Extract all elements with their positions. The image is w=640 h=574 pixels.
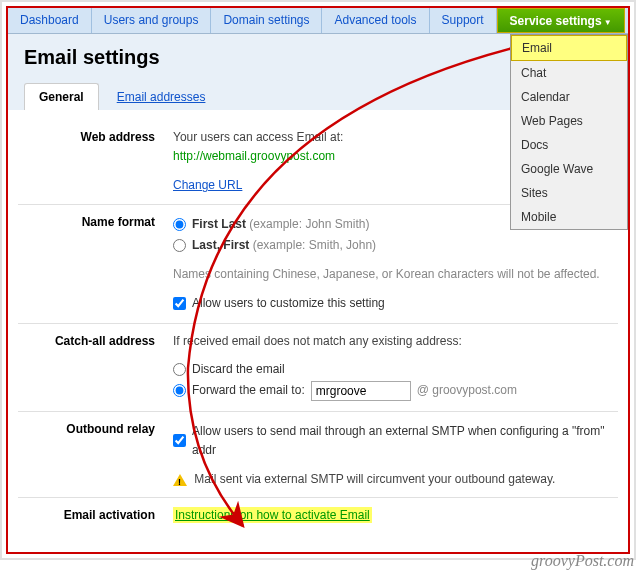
radio-forward-label: Forward the email to: [192, 381, 305, 400]
caret-down-icon: ▼ [604, 18, 612, 27]
change-url-link[interactable]: Change URL [173, 178, 242, 192]
label-catch-all: Catch-all address [18, 332, 173, 402]
nav-advanced-tools[interactable]: Advanced tools [322, 8, 429, 33]
dropdown-calendar[interactable]: Calendar [511, 85, 627, 109]
section-outbound-relay: Outbound relay Allow users to send mail … [18, 420, 618, 499]
check-allow-customize[interactable] [173, 297, 186, 310]
dropdown-chat[interactable]: Chat [511, 61, 627, 85]
label-outbound: Outbound relay [18, 420, 173, 490]
warning-icon [173, 474, 187, 486]
tab-general[interactable]: General [24, 83, 99, 110]
service-settings-dropdown: Email Chat Calendar Web Pages Docs Googl… [510, 34, 628, 230]
nav-support[interactable]: Support [430, 8, 497, 33]
radio-forward[interactable] [173, 384, 186, 397]
dropdown-mobile[interactable]: Mobile [511, 205, 627, 229]
forward-domain: @ groovypost.com [417, 381, 517, 400]
label-activation: Email activation [18, 506, 173, 525]
section-email-activation: Email activation Instructions on how to … [18, 506, 618, 533]
radio-discard-label: Discard the email [192, 360, 285, 379]
name-format-note: Names containing Chinese, Japanese, or K… [173, 265, 618, 284]
section-catch-all: Catch-all address If received email does… [18, 332, 618, 411]
radio-last-first[interactable] [173, 239, 186, 252]
dropdown-google-wave[interactable]: Google Wave [511, 157, 627, 181]
nav-service-settings[interactable]: Service settings▼ [497, 8, 625, 33]
radio-first-last-label: First Last (example: John Smith) [192, 215, 369, 234]
check-outbound-allow[interactable] [173, 434, 186, 447]
dropdown-docs[interactable]: Docs [511, 133, 627, 157]
label-name-format: Name format [18, 213, 173, 316]
activation-link[interactable]: Instructions on how to activate Email [173, 507, 372, 523]
dropdown-sites[interactable]: Sites [511, 181, 627, 205]
dropdown-email[interactable]: Email [511, 35, 627, 61]
catch-all-intro: If received email does not match any exi… [173, 332, 618, 351]
check-allow-customize-label: Allow users to customize this setting [192, 294, 385, 313]
radio-last-first-label: Last, First (example: Smith, John) [192, 236, 376, 255]
radio-discard[interactable] [173, 363, 186, 376]
tab-email-addresses[interactable]: Email addresses [117, 84, 206, 110]
web-address-url[interactable]: http://webmail.groovypost.com [173, 149, 335, 163]
label-web-address: Web address [18, 128, 173, 196]
nav-users-groups[interactable]: Users and groups [92, 8, 212, 33]
nav-domain-settings[interactable]: Domain settings [211, 8, 322, 33]
radio-first-last[interactable] [173, 218, 186, 231]
nav-dashboard[interactable]: Dashboard [8, 8, 92, 33]
outbound-warning: Mail sent via external SMTP will circumv… [194, 472, 555, 486]
check-outbound-allow-label: Allow users to send mail through an exte… [192, 422, 618, 460]
watermark: groovyPost.com [531, 552, 634, 570]
dropdown-web-pages[interactable]: Web Pages [511, 109, 627, 133]
forward-input[interactable] [311, 381, 411, 401]
top-nav: Dashboard Users and groups Domain settin… [8, 8, 628, 34]
